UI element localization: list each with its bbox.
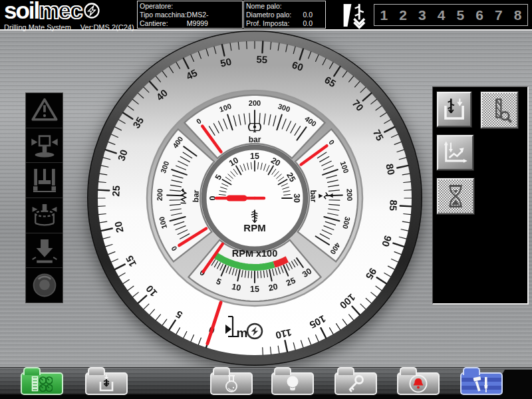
panel-button-drill-excavation[interactable]	[437, 92, 471, 127]
preset-1[interactable]: 1	[374, 7, 394, 23]
svg-text:85: 85	[388, 200, 400, 211]
field-value: 0.0	[303, 19, 323, 28]
access-key-icon	[345, 373, 366, 394]
toolbar	[0, 367, 532, 399]
gauges-view-icon	[31, 373, 53, 394]
machine-field-row: Operatore:	[140, 2, 240, 11]
preset-5[interactable]: 5	[451, 7, 470, 23]
sidebar-item-push-down	[26, 233, 63, 269]
field-label: Diametro palo:	[246, 11, 291, 19]
sidebar-item-control-knob	[26, 268, 63, 303]
svg-text:10: 10	[231, 282, 242, 293]
svg-text:15: 15	[250, 285, 259, 294]
logo-word-mec: mec	[39, 1, 81, 21]
dms-screen: soil mec Drilling Mate System Ver:DMS 2(…	[0, 0, 532, 399]
preset-6[interactable]: 6	[470, 7, 489, 23]
pile-mode-icon	[342, 1, 370, 29]
preset-8[interactable]: 8	[508, 7, 527, 23]
panel-button-depth-chart[interactable]	[437, 135, 473, 170]
svg-text:200: 200	[156, 189, 164, 201]
svg-text:55: 55	[256, 53, 268, 65]
preset-2[interactable]: 2	[394, 7, 413, 23]
rig-mast-icon	[31, 166, 59, 194]
machine-info-panel: Operatore:Tipo macchina:DMS2-M9999Cantie…	[137, 1, 243, 29]
depth-chart-icon	[443, 140, 468, 166]
sidebar-item-warning-triangle	[26, 93, 63, 128]
preset-selector: 12345678	[374, 4, 528, 26]
svg-text:bar: bar	[191, 190, 201, 202]
toolbar-tab-work-light[interactable]	[271, 372, 314, 395]
svg-text:15: 15	[250, 152, 259, 161]
field-label: Tipo macchina:	[140, 11, 187, 19]
flask-icon	[221, 373, 242, 394]
svg-text:20: 20	[112, 221, 126, 234]
drill-excavation-icon	[442, 97, 467, 122]
field-label: Nome palo:	[246, 2, 282, 11]
wait-hourglass-icon	[443, 184, 468, 209]
status-sidebar	[25, 92, 63, 303]
field-value	[313, 2, 323, 11]
panel-button-wait-hourglass[interactable]	[437, 178, 474, 214]
work-light-icon	[282, 373, 303, 394]
pile-field-row: Diametro palo:0.0	[246, 11, 323, 19]
field-value	[229, 19, 240, 28]
field-label: Operatore:	[140, 2, 173, 11]
field-label: Cantiere:	[140, 19, 168, 28]
toolbar-tab-gauges-view[interactable]	[21, 372, 63, 395]
rig-data-icon	[487, 98, 512, 123]
toolbar-tab-alarm-bell[interactable]	[397, 372, 440, 395]
svg-text:bar: bar	[249, 135, 261, 144]
panel-button-rig-data[interactable]	[481, 92, 518, 128]
function-panel	[432, 86, 529, 305]
preset-4[interactable]: 4	[432, 7, 451, 23]
toolbar-tab-access-key[interactable]	[334, 372, 377, 395]
toolbar-tab-flask[interactable]	[210, 372, 253, 395]
sidebar-item-casing-drive	[26, 198, 63, 233]
svg-text:200: 200	[346, 189, 354, 201]
gauge-cluster: 0510152025303540455055606570758085909510…	[87, 31, 422, 366]
soilmec-s-icon	[82, 1, 101, 20]
svg-text:80: 80	[384, 163, 397, 176]
preset-7[interactable]: 7	[489, 7, 509, 23]
casing-clamp-icon	[31, 132, 59, 160]
logo-word-soil: soil	[4, 1, 39, 21]
machine-field-row: Tipo macchina:DMS2-M9999	[140, 11, 240, 19]
alarm-bell-icon	[408, 373, 429, 394]
tools-setup-icon	[471, 373, 492, 394]
drill-container-icon	[96, 373, 117, 394]
pile-field-row: Nome palo:	[246, 2, 323, 11]
app-name: Drilling Mate System	[4, 23, 71, 31]
pile-field-row: Prof. Imposta:0.0	[246, 19, 323, 28]
soilmec-logo: soil mec Drilling Mate System Ver:DMS 2(…	[4, 1, 136, 30]
field-label: Prof. Imposta:	[246, 19, 289, 28]
control-knob-icon	[31, 271, 59, 299]
preset-3[interactable]: 3	[413, 7, 432, 23]
toolbar-tab-drill-container[interactable]	[85, 372, 128, 395]
depth-unit-label: m	[237, 326, 248, 340]
pile-info-panel: Nome palo:Diametro palo:0.0Prof. Imposta…	[243, 1, 326, 29]
casing-drive-icon	[31, 201, 59, 229]
svg-text:20: 20	[267, 282, 279, 293]
field-value: 0.0	[303, 11, 323, 19]
svg-text:200: 200	[249, 99, 261, 107]
header: soil mec Drilling Mate System Ver:DMS 2(…	[0, 0, 532, 31]
sidebar-item-casing-clamp	[26, 128, 63, 164]
center-unit-label: RPM	[243, 222, 265, 233]
svg-text:25: 25	[110, 185, 122, 197]
push-down-icon	[31, 237, 59, 265]
svg-text:bar: bar	[309, 190, 319, 202]
svg-text:50: 50	[219, 56, 233, 69]
toolbar-tab-tools-setup[interactable]	[460, 372, 503, 395]
field-value	[229, 2, 240, 11]
field-value: DMS2-M9999	[187, 11, 240, 19]
svg-text:30: 30	[292, 194, 301, 203]
warning-triangle-icon	[31, 96, 59, 124]
sidebar-item-rig-mast	[26, 163, 63, 198]
